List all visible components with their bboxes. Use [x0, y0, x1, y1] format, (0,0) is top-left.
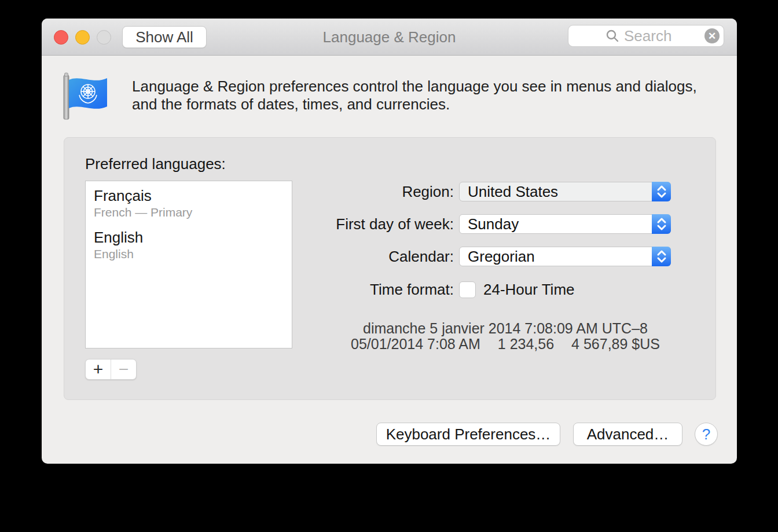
region-value: United States — [468, 182, 558, 201]
remove-language-button[interactable]: − — [111, 359, 136, 379]
add-remove-control: + − — [85, 359, 137, 380]
preview-currency: 4 567,89 $US — [571, 336, 660, 352]
keyboard-preferences-button[interactable]: Keyboard Preferences… — [376, 423, 560, 446]
calendar-label: Calendar: — [234, 247, 454, 266]
preferences-window: Show All Language & Region ✕ — [42, 19, 737, 464]
first-day-popup[interactable]: Sunday — [459, 214, 671, 234]
calendar-value: Gregorian — [468, 247, 535, 266]
first-day-label: First day of week: — [234, 214, 454, 234]
time-format-label: Time format: — [234, 280, 454, 299]
un-flag-icon — [63, 72, 112, 123]
search-clear-icon[interactable]: ✕ — [704, 28, 720, 43]
format-preview: dimanche 5 janvier 2014 7:08:09 AM UTC–8… — [314, 321, 696, 352]
add-language-button[interactable]: + — [86, 359, 111, 379]
settings-groupbox: Preferred languages: Français French — P… — [64, 137, 716, 400]
pane-description-line1: Language & Region preferences control th… — [132, 78, 697, 96]
pane-description: Language & Region preferences control th… — [132, 78, 697, 113]
chevron-up-down-icon — [652, 214, 671, 234]
preview-long-date: dimanche 5 janvier 2014 7:08:09 AM UTC–8 — [314, 321, 696, 336]
advanced-button[interactable]: Advanced… — [573, 423, 682, 446]
preview-short-formats: 05/01/2014 7:08 AM1 234,564 567,89 $US — [314, 336, 696, 352]
search-icon — [605, 29, 619, 43]
region-label: Region: — [234, 182, 454, 201]
region-popup[interactable]: United States — [459, 182, 671, 201]
chevron-up-down-icon — [652, 247, 671, 266]
24-hour-checkbox[interactable] — [459, 281, 476, 298]
calendar-popup[interactable]: Gregorian — [459, 247, 671, 266]
first-day-value: Sunday — [468, 215, 519, 233]
preview-short-date: 05/01/2014 7:08 AM — [351, 336, 480, 352]
search-field[interactable]: ✕ — [568, 25, 724, 47]
search-input[interactable] — [623, 27, 687, 46]
pane-description-line2: and the formats of dates, times, and cur… — [132, 96, 697, 113]
preview-number: 1 234,56 — [498, 336, 554, 352]
titlebar: Show All Language & Region ✕ — [42, 19, 737, 56]
24-hour-checkbox-label: 24-Hour Time — [483, 281, 575, 299]
preferred-languages-label: Preferred languages: — [85, 155, 226, 173]
chevron-up-down-icon — [652, 182, 671, 201]
help-button[interactable]: ? — [695, 423, 718, 446]
